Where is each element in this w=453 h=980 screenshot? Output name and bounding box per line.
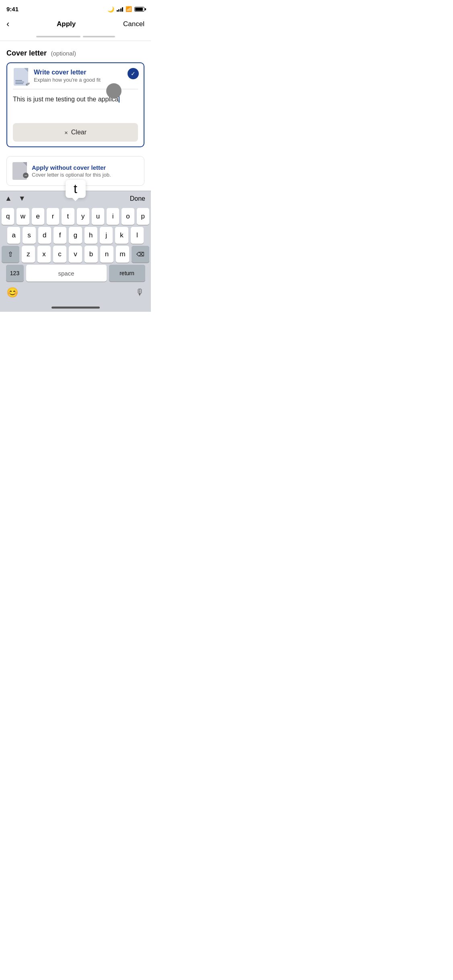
toolbar-navigation: ▲ ▼	[5, 194, 26, 203]
nav-bar: ‹ Apply Cancel	[0, 16, 151, 34]
key-r[interactable]: r	[47, 208, 59, 225]
wifi-icon: 📶	[126, 6, 132, 12]
clear-label: Clear	[71, 129, 86, 136]
key-u[interactable]: u	[92, 208, 104, 225]
write-cover-letter-text: Write cover letter Explain how you're a …	[34, 69, 138, 83]
delete-key[interactable]: ⌫	[132, 246, 149, 263]
space-key[interactable]: space	[26, 265, 107, 282]
key-z[interactable]: z	[22, 246, 35, 263]
card-header: ✏ Write cover letter Explain how you're …	[7, 63, 144, 89]
key-w[interactable]: w	[16, 208, 29, 225]
cover-letter-content: This is just me testing out the applica	[13, 96, 118, 103]
key-y[interactable]: y	[77, 208, 89, 225]
keyboard-row-1: q w e r t y u i o p	[0, 206, 151, 225]
numbers-key[interactable]: 123	[6, 265, 24, 282]
return-key[interactable]: return	[109, 265, 145, 282]
nav-title: Apply	[57, 20, 76, 28]
clear-button[interactable]: × Clear	[13, 123, 138, 142]
moon-icon: 🌙	[107, 6, 114, 12]
key-f[interactable]: f	[54, 227, 66, 244]
no-cover-title: Apply without cover letter	[32, 164, 111, 171]
write-cover-letter-subtitle: Explain how you're a good fit	[34, 77, 138, 83]
section-title: Cover letter	[6, 49, 47, 57]
no-cover-doc-icon	[12, 162, 27, 180]
key-t[interactable]: t	[62, 208, 74, 225]
keyboard-row-bottom: 123 space return	[0, 263, 151, 284]
keyboard-row-3: ⇧ z x c v b n m ⌫	[0, 244, 151, 263]
key-i[interactable]: i	[107, 208, 119, 225]
cancel-button[interactable]: Cancel	[123, 20, 144, 28]
back-button[interactable]: ‹	[6, 19, 9, 29]
key-j[interactable]: j	[100, 227, 113, 244]
home-indicator	[0, 303, 151, 312]
drag-handle	[106, 83, 121, 99]
section-header: Cover letter (optional)	[6, 49, 144, 58]
write-cover-letter-card[interactable]: ✏ Write cover letter Explain how you're …	[6, 62, 144, 147]
status-bar: 9:41 🌙 📶	[0, 0, 151, 16]
main-content: Cover letter (optional) ✏ Write cover le…	[0, 41, 151, 152]
keyboard-row-2: a s d f g h j k l	[0, 225, 151, 244]
key-m[interactable]: m	[116, 246, 129, 263]
key-s[interactable]: s	[23, 227, 35, 244]
key-g[interactable]: g	[69, 227, 82, 244]
keyboard-bottom-bar: 😊 🎙	[0, 284, 151, 303]
signal-bars-icon	[117, 7, 124, 12]
emoji-button[interactable]: 😊	[6, 287, 19, 298]
progress-tab-2	[83, 36, 115, 37]
key-p[interactable]: p	[137, 208, 149, 225]
clear-x-icon: ×	[64, 129, 68, 136]
no-cover-subtitle: Cover letter is optional for this job.	[32, 172, 111, 178]
keyboard-toolbar: ▲ ▼ t Done	[0, 191, 151, 206]
keyboard: q w e r t y u i o p a s d f g h j k l ⇧ …	[0, 206, 151, 284]
key-k[interactable]: k	[115, 227, 128, 244]
key-b[interactable]: b	[84, 246, 98, 263]
key-h[interactable]: h	[84, 227, 97, 244]
toolbar-up-arrow[interactable]: ▲	[5, 194, 12, 203]
key-v[interactable]: v	[69, 246, 82, 263]
cover-letter-textarea[interactable]: This is just me testing out the applica	[7, 89, 144, 121]
status-icons: 🌙 📶	[107, 6, 145, 12]
key-x[interactable]: x	[37, 246, 51, 263]
progress-tab-1	[36, 36, 80, 37]
document-icon: ✏	[13, 69, 29, 85]
key-n[interactable]: n	[100, 246, 113, 263]
shift-key[interactable]: ⇧	[2, 246, 19, 263]
status-time: 9:41	[6, 6, 19, 12]
mic-button[interactable]: 🎙	[136, 287, 144, 298]
progress-tabs	[0, 34, 151, 41]
keyboard-done-button[interactable]: Done	[130, 195, 145, 202]
key-d[interactable]: d	[38, 227, 51, 244]
key-e[interactable]: e	[32, 208, 44, 225]
selected-check-badge: ✓	[128, 68, 139, 79]
key-l[interactable]: l	[131, 227, 144, 244]
key-preview-popup: t	[66, 180, 86, 198]
key-o[interactable]: o	[121, 208, 134, 225]
home-bar	[51, 307, 100, 309]
no-cover-text: Apply without cover letter Cover letter …	[32, 164, 111, 178]
section-optional: (optional)	[51, 50, 76, 57]
write-cover-letter-title: Write cover letter	[34, 69, 138, 76]
toolbar-down-arrow[interactable]: ▼	[19, 194, 26, 203]
key-q[interactable]: q	[2, 208, 14, 225]
key-a[interactable]: a	[7, 227, 20, 244]
minus-circle-icon	[23, 173, 29, 178]
key-c[interactable]: c	[53, 246, 66, 263]
battery-icon	[134, 7, 144, 12]
